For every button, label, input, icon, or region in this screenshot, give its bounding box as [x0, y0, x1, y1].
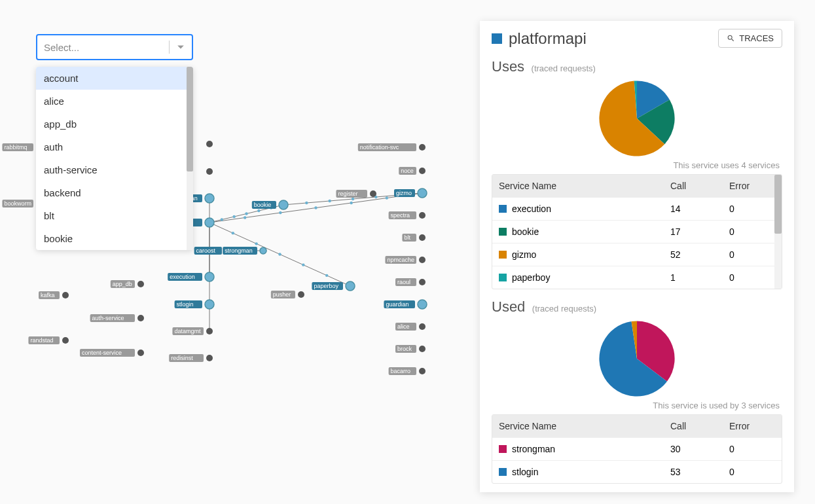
node-gizmo[interactable]	[418, 189, 427, 198]
dropdown-option-auth[interactable]: auth	[36, 135, 193, 158]
node-brock[interactable]	[419, 346, 426, 352]
table-row[interactable]: strongman 30 0	[492, 437, 782, 460]
row-call: 17	[664, 221, 723, 243]
uses-table-scroll-thumb[interactable]	[774, 175, 782, 234]
svg-point-25	[328, 200, 331, 202]
node-randstad[interactable]	[62, 337, 69, 344]
dropdown-option-account[interactable]: account	[36, 67, 193, 90]
node-pusher[interactable]	[298, 291, 304, 298]
svg-text:register: register	[338, 190, 357, 197]
svg-text:redisinst: redisinst	[171, 355, 193, 361]
node-noce[interactable]	[419, 168, 426, 174]
svg-text:bookie: bookie	[254, 202, 272, 208]
node-register[interactable]	[370, 190, 376, 197]
row-error: 0	[723, 461, 782, 483]
col-call[interactable]: Call	[664, 415, 723, 437]
node-raoul[interactable]	[419, 279, 426, 285]
row-name: execution	[512, 204, 551, 214]
svg-text:app_db: app_db	[113, 281, 132, 287]
dropdown-option-auth-service[interactable]: auth-service	[36, 158, 193, 181]
svg-point-26	[352, 198, 354, 200]
svg-text:pusher: pusher	[273, 291, 291, 298]
node-n2a[interactable]	[206, 141, 213, 147]
select-divider	[169, 41, 170, 54]
node-notif[interactable]	[419, 144, 426, 151]
col-call[interactable]: Call	[664, 175, 723, 197]
svg-point-19	[232, 232, 234, 234]
node-strongman[interactable]	[260, 247, 266, 254]
row-swatch	[499, 228, 507, 236]
select-control[interactable]: Select...	[36, 34, 193, 60]
svg-text:alice: alice	[397, 323, 410, 330]
node-bacarro[interactable]	[419, 368, 426, 374]
col-error[interactable]: Error	[723, 415, 782, 437]
node-execution[interactable]	[205, 272, 214, 281]
svg-text:execution: execution	[170, 274, 195, 280]
table-row[interactable]: execution 14 0	[492, 197, 782, 220]
table-row[interactable]: bookie 17 0	[492, 220, 782, 243]
row-swatch	[499, 205, 507, 213]
svg-point-12	[257, 209, 260, 212]
node-npmcache[interactable]	[419, 257, 426, 263]
dropdown-scroll-thumb[interactable]	[187, 67, 193, 171]
dropdown-option-bookie[interactable]: bookie	[36, 227, 193, 250]
row-name: gizmo	[512, 249, 536, 260]
row-error: 0	[723, 266, 782, 289]
node-content-service[interactable]	[137, 350, 144, 356]
used-title: Used	[492, 298, 525, 315]
dropdown-scrollbar[interactable]	[187, 67, 193, 250]
node-blt[interactable]	[419, 234, 426, 241]
row-call: 52	[664, 243, 723, 266]
svg-point-14	[244, 216, 246, 219]
service-select[interactable]: Select... accountaliceapp_dbauthauth-ser…	[36, 34, 193, 60]
traces-button[interactable]: TRACES	[718, 29, 782, 48]
node-datamgmt[interactable]	[206, 328, 213, 334]
row-error: 0	[723, 243, 782, 266]
uses-pie-chart	[598, 79, 676, 158]
node-paperboy[interactable]	[346, 281, 355, 291]
svg-text:spectra: spectra	[391, 212, 410, 219]
svg-text:gizmo: gizmo	[396, 190, 412, 196]
col-service-name[interactable]: Service Name	[492, 415, 664, 437]
table-row[interactable]: paperboy 1 0	[492, 266, 782, 289]
node-bookie[interactable]	[279, 200, 288, 209]
node-redisinst[interactable]	[206, 355, 213, 361]
used-pie-chart	[598, 319, 676, 398]
row-swatch	[499, 445, 507, 453]
node-platformapi[interactable]	[205, 218, 214, 227]
svg-text:randstad: randstad	[30, 337, 53, 344]
svg-text:npmcache: npmcache	[387, 257, 414, 263]
node-auth-service[interactable]	[137, 315, 144, 321]
col-error[interactable]: Error	[723, 175, 782, 197]
svg-text:rabbitmq: rabbitmq	[4, 144, 27, 151]
svg-point-24	[305, 202, 308, 204]
table-header: Service Name Call Error	[492, 175, 782, 197]
node-guardian[interactable]	[418, 300, 427, 309]
row-name: strongman	[512, 444, 555, 454]
col-service-name[interactable]: Service Name	[492, 175, 664, 197]
dropdown-option-backend[interactable]: backend	[36, 181, 193, 204]
dropdown-option-app_db[interactable]: app_db	[36, 113, 193, 135]
row-name: bookie	[512, 226, 539, 237]
node-alice[interactable]	[419, 323, 426, 330]
node-n2b[interactable]	[206, 168, 213, 175]
node-app_db[interactable]	[137, 281, 144, 287]
dropdown-option-blt[interactable]: blt	[36, 204, 193, 227]
svg-text:strongman: strongman	[225, 247, 253, 254]
used-subtitle: (traced requests)	[532, 304, 596, 314]
table-row[interactable]: stlogin 53 0	[492, 460, 782, 483]
node-stlogin[interactable]	[205, 300, 214, 309]
dropdown-option-alice[interactable]: alice	[36, 90, 193, 113]
row-name: stlogin	[512, 467, 538, 477]
node-spectra[interactable]	[419, 212, 426, 219]
uses-subtitle: (traced requests)	[532, 63, 596, 73]
uses-table-scrollbar[interactable]	[774, 175, 782, 289]
uses-table: Service Name Call Error execution 14 0 b…	[492, 174, 782, 289]
svg-point-20	[255, 242, 257, 245]
svg-point-10	[232, 215, 235, 218]
chevron-down-icon[interactable]	[175, 41, 187, 53]
table-row[interactable]: gizmo 52 0	[492, 243, 782, 266]
node-strongman_src[interactable]	[205, 194, 214, 203]
panel-header: platformapi TRACES	[480, 21, 794, 56]
node-kafka[interactable]	[62, 292, 69, 298]
